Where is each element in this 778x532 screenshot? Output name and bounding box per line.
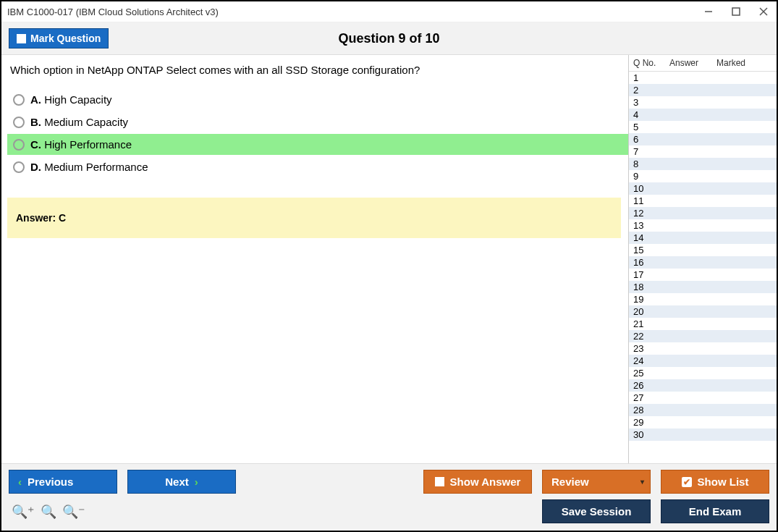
list-item[interactable]: 12	[629, 207, 777, 219]
show-list-button[interactable]: ✔ Show List	[661, 470, 769, 494]
show-answer-button[interactable]: Show Answer	[423, 470, 532, 494]
list-item[interactable]: 1	[629, 72, 777, 84]
option-a[interactable]: A. High Capacity	[7, 89, 628, 110]
zoom-out-icon[interactable]: 🔍⁻	[62, 504, 85, 520]
list-item[interactable]: 2	[629, 84, 777, 96]
previous-button[interactable]: ‹ Previous	[9, 470, 117, 494]
radio-icon[interactable]	[13, 94, 25, 106]
list-item[interactable]: 30	[629, 428, 777, 441]
titlebar: IBM C1000-017 (IBM Cloud Solutions Archi…	[1, 1, 777, 22]
mark-question-button[interactable]: Mark Question	[9, 28, 109, 48]
save-session-label: Save Session	[562, 505, 632, 518]
zoom-in-icon[interactable]: 🔍⁺	[12, 504, 35, 520]
list-item[interactable]: 19	[629, 293, 777, 305]
list-item[interactable]: 13	[629, 219, 777, 232]
radio-icon[interactable]	[13, 161, 25, 173]
list-item[interactable]: 3	[629, 96, 777, 109]
radio-icon[interactable]	[13, 117, 25, 128]
checkbox-checked-icon: ✔	[682, 477, 692, 487]
minimize-icon[interactable]	[701, 4, 716, 19]
list-item[interactable]: 5	[629, 121, 777, 133]
list-item[interactable]: 9	[629, 170, 777, 182]
option-b[interactable]: B. Medium Capacity	[7, 111, 628, 132]
option-letter: A.	[30, 93, 41, 106]
list-item[interactable]: 24	[629, 355, 777, 367]
end-exam-button[interactable]: End Exam	[661, 499, 769, 523]
checkbox-icon	[17, 34, 26, 43]
col-marked: Marked	[716, 58, 767, 68]
zoom-controls: 🔍⁺ 🔍 🔍⁻	[9, 504, 85, 520]
question-text: Which option in NetApp ONTAP Select come…	[7, 64, 628, 76]
header-bar: Mark Question Question 9 of 10	[1, 22, 777, 55]
footer: ‹ Previous Next › Show Answer Review ▾ ✔…	[1, 463, 777, 531]
list-item[interactable]: 26	[629, 379, 777, 392]
col-answer: Answer	[669, 58, 716, 68]
list-header: Q No. Answer Marked	[629, 55, 777, 72]
list-item[interactable]: 15	[629, 244, 777, 256]
list-item[interactable]: 28	[629, 404, 777, 416]
list-item[interactable]: 7	[629, 145, 777, 158]
app-window: IBM C1000-017 (IBM Cloud Solutions Archi…	[0, 0, 778, 532]
svg-rect-1	[732, 8, 740, 15]
show-list-label: Show List	[698, 476, 749, 488]
next-label: Next	[165, 476, 189, 488]
list-item[interactable]: 14	[629, 232, 777, 244]
list-item[interactable]: 16	[629, 256, 777, 269]
next-button[interactable]: Next ›	[127, 470, 236, 494]
end-exam-label: End Exam	[689, 505, 742, 518]
list-item[interactable]: 8	[629, 158, 777, 170]
show-answer-label: Show Answer	[450, 476, 521, 488]
window-title: IBM C1000-017 (IBM Cloud Solutions Archi…	[7, 7, 219, 17]
option-letter: B.	[30, 116, 41, 128]
question-panel: Which option in NetApp ONTAP Select come…	[1, 55, 628, 463]
zoom-reset-icon[interactable]: 🔍	[41, 504, 56, 520]
list-item[interactable]: 21	[629, 318, 777, 330]
list-item[interactable]: 23	[629, 342, 777, 355]
question-counter: Question 9 of 10	[338, 31, 439, 46]
chevron-down-icon: ▾	[640, 478, 650, 486]
mark-question-label: Mark Question	[30, 33, 101, 44]
list-item[interactable]: 22	[629, 330, 777, 342]
list-item[interactable]: 29	[629, 416, 777, 428]
chevron-left-icon: ‹	[18, 476, 22, 488]
save-session-button[interactable]: Save Session	[542, 499, 651, 523]
close-icon[interactable]	[756, 4, 771, 19]
option-c[interactable]: C. High Performance	[7, 134, 628, 155]
list-item[interactable]: 6	[629, 133, 777, 145]
option-text: High Capacity	[44, 93, 111, 106]
option-d[interactable]: D. Medium Performance	[7, 156, 628, 177]
review-label: Review	[551, 476, 589, 488]
maximize-icon[interactable]	[729, 4, 743, 19]
list-item[interactable]: 20	[629, 305, 777, 318]
list-item[interactable]: 4	[629, 109, 777, 121]
option-text: High Performance	[44, 138, 132, 151]
previous-label: Previous	[28, 476, 73, 488]
body-area: Which option in NetApp ONTAP Select come…	[1, 55, 777, 463]
chevron-right-icon: ›	[195, 476, 198, 488]
list-item[interactable]: 27	[629, 392, 777, 404]
list-item[interactable]: 17	[629, 269, 777, 281]
list-item[interactable]: 25	[629, 367, 777, 379]
list-item[interactable]: 11	[629, 195, 777, 207]
list-item[interactable]: 10	[629, 182, 777, 195]
col-qno: Q No.	[633, 58, 669, 68]
option-text: Medium Performance	[44, 161, 148, 173]
option-text: Medium Capacity	[44, 116, 128, 128]
window-controls	[701, 4, 771, 19]
list-item[interactable]: 18	[629, 281, 777, 293]
question-list[interactable]: 1 2 3 4 5 6 7 8 9 10 11 12 13 14 15 16 1…	[629, 72, 777, 463]
review-button[interactable]: Review ▾	[542, 470, 651, 494]
checkbox-icon	[435, 477, 444, 486]
option-letter: D.	[30, 161, 41, 173]
option-letter: C.	[30, 138, 41, 151]
question-list-panel: Q No. Answer Marked 1 2 3 4 5 6 7 8 9 10…	[628, 55, 777, 463]
radio-icon[interactable]	[13, 139, 25, 151]
answer-box: Answer: C	[7, 198, 621, 238]
